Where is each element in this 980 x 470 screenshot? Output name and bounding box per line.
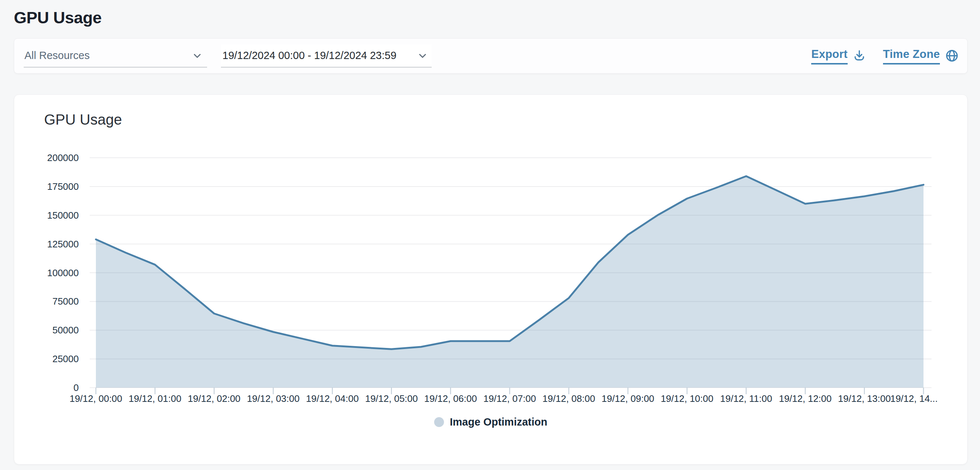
x-axis-tick-label: 19/12, 06:00: [425, 393, 477, 404]
export-button[interactable]: Export: [811, 48, 866, 65]
x-axis-tick-label: 19/12, 12:00: [779, 393, 832, 404]
legend-label: Image Optimization: [450, 416, 547, 428]
chevron-down-icon: [416, 49, 429, 62]
page-title: GPU Usage: [14, 8, 102, 28]
y-axis-tick-label: 100000: [47, 267, 79, 278]
x-axis-tick-label: 19/12, 08:00: [542, 393, 595, 404]
y-axis-tick-label: 175000: [47, 181, 79, 192]
y-axis-tick-label: 150000: [47, 210, 79, 221]
toolbar-links: Export Time Zone: [811, 39, 959, 73]
x-axis-tick-label: 19/12, 02:00: [188, 393, 240, 404]
x-axis-tick-label: 19/12, 09:00: [601, 393, 654, 404]
gpu-usage-chart[interactable]: 0250005000075000100000125000150000175000…: [14, 95, 967, 465]
legend-marker: [434, 417, 444, 427]
series-area: [96, 176, 923, 388]
resource-filter-value: All Resources: [24, 49, 90, 62]
globe-icon: [945, 48, 959, 63]
date-range-value: 19/12/2024 00:00 - 19/12/2024 23:59: [223, 49, 396, 62]
chart-card: GPU Usage 025000500007500010000012500015…: [14, 94, 967, 465]
x-axis-tick-label: 19/12, 05:00: [365, 393, 418, 404]
download-icon: [853, 49, 866, 63]
x-axis-tick-label: 19/12, 11:00: [720, 393, 772, 404]
x-axis-tick-label: 19/12, 07:00: [484, 393, 536, 404]
export-label: Export: [811, 48, 847, 65]
y-axis-tick-label: 75000: [52, 296, 79, 307]
date-range-select[interactable]: 19/12/2024 00:00 - 19/12/2024 23:59: [221, 44, 432, 68]
timezone-button[interactable]: Time Zone: [883, 48, 959, 65]
y-axis-tick-label: 25000: [52, 353, 79, 364]
chevron-down-icon: [191, 49, 204, 62]
timezone-label: Time Zone: [883, 48, 940, 65]
y-axis-tick-label: 0: [74, 382, 79, 393]
toolbar: All Resources 19/12/2024 00:00 - 19/12/2…: [14, 38, 967, 74]
x-axis-tick-label: 19/12, 03:00: [247, 393, 300, 404]
y-axis-tick-label: 200000: [47, 152, 79, 163]
x-axis-tick-label: 19/12, 13:00: [838, 393, 891, 404]
y-axis-tick-label: 125000: [47, 239, 79, 249]
x-axis-tick-label: 19/12, 01:00: [129, 393, 181, 404]
x-axis-tick-label: 19/12, 14...: [890, 393, 938, 404]
x-axis-tick-label: 19/12, 10:00: [660, 393, 713, 404]
x-axis-tick-label: 19/12, 00:00: [70, 393, 123, 404]
legend-item-image-optimization[interactable]: Image Optimization: [434, 414, 547, 430]
x-axis-tick-label: 19/12, 04:00: [306, 393, 359, 404]
resource-filter-select[interactable]: All Resources: [24, 44, 207, 68]
y-axis-tick-label: 50000: [52, 325, 79, 335]
